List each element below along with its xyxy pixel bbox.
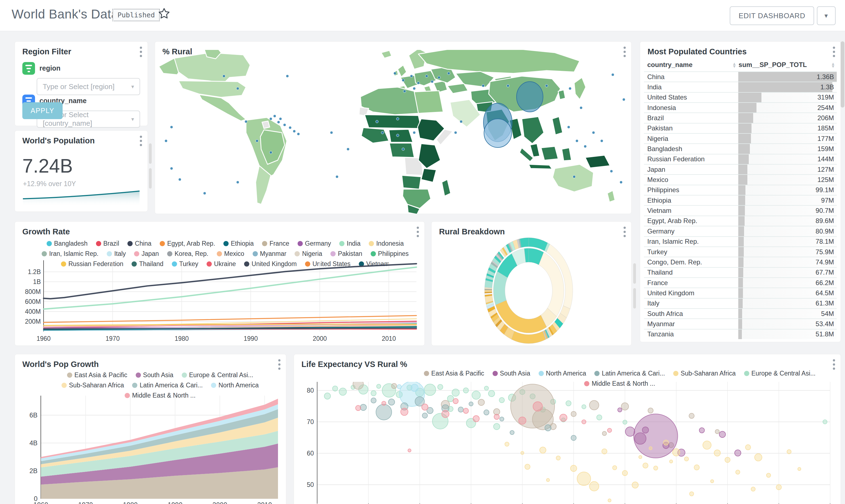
edit-dashboard-button[interactable]: EDIT DASHBOARD	[730, 6, 814, 25]
table-row[interactable]: Turkey75.9M	[644, 247, 837, 257]
chevron-down-icon: ▾	[131, 116, 134, 122]
svg-text:2000: 2000	[212, 501, 227, 504]
legend-item[interactable]: South Asia	[136, 372, 174, 379]
column-header-country[interactable]: country_name▲▼	[644, 61, 736, 69]
rural-breakdown-card: Rural Breakdown	[431, 221, 632, 346]
kebab-menu-icon[interactable]	[278, 359, 281, 370]
table-row[interactable]: Bangladesh159M	[644, 143, 837, 154]
kebab-menu-icon[interactable]	[140, 136, 142, 146]
legend-item[interactable]: North America	[211, 382, 259, 389]
table-row[interactable]: Thailand67.7M	[644, 267, 837, 277]
legend-item[interactable]: Bangladesh	[47, 240, 88, 247]
filter-field-region: region Type or Select [region]▾	[22, 62, 140, 94]
legend-item[interactable]: Germany	[298, 240, 331, 247]
legend-item[interactable]: Mexico	[217, 250, 244, 257]
table-row[interactable]: Russian Federation144M	[644, 154, 837, 164]
table-row[interactable]: South Africa54M	[644, 308, 837, 319]
worlds-population-card: World's Population 7.24B +12.9% over 10Y	[15, 130, 148, 212]
svg-text:1960: 1960	[33, 501, 48, 504]
legend-item[interactable]: Philippines	[371, 250, 409, 257]
card-title: World's Pop Growth	[22, 360, 99, 369]
table-row[interactable]: Tanzania51.8M	[644, 329, 837, 339]
table-row[interactable]: Indonesia254M	[644, 102, 837, 112]
kebab-menu-icon[interactable]	[140, 47, 142, 57]
legend-item[interactable]: Sub-Saharan Africa	[673, 370, 736, 377]
growth-line-chart[interactable]: 196019701980199020002010200M400M600M800M…	[21, 259, 419, 345]
table-row[interactable]: Pakistan185M	[644, 123, 837, 133]
published-badge[interactable]: Published	[112, 9, 160, 21]
legend-item[interactable]: Sub-Saharan Africa	[61, 382, 124, 389]
pane-resize-handle[interactable]	[633, 263, 636, 284]
region-select[interactable]: Type or Select [region]▾	[37, 78, 140, 95]
legend-item[interactable]: East Asia & Pacific	[424, 370, 484, 377]
rural-map-card: % Rural	[155, 41, 632, 214]
sort-icon[interactable]: ▲▼	[831, 62, 835, 68]
table-row[interactable]: Congo, Dem. Rep.74.9M	[644, 257, 837, 267]
legend-item[interactable]: Europe & Central Asi...	[182, 372, 253, 379]
svg-text:2010: 2010	[382, 335, 396, 342]
legend-item[interactable]: Latin America & Cari...	[132, 382, 203, 389]
table-row[interactable]: Nigeria177M	[644, 133, 837, 143]
table-row[interactable]: Ethiopia97M	[644, 195, 837, 205]
kebab-menu-icon[interactable]	[833, 47, 835, 57]
table-row[interactable]: Egypt, Arab Rep.89.6M	[644, 216, 837, 226]
legend-item[interactable]: Egypt, Arab Rep.	[160, 240, 215, 247]
most-populated-card: Most Populated Countries country_name▲▼ …	[640, 41, 841, 342]
table-row[interactable]: United Kingdom64.5M	[644, 288, 837, 298]
svg-text:400M: 400M	[25, 308, 41, 315]
table-row[interactable]: Mexico125M	[644, 174, 837, 184]
kebab-menu-icon[interactable]	[833, 359, 835, 370]
table-row[interactable]: Vietnam90.7M	[644, 205, 837, 215]
column-header-sum[interactable]: sum__SP_POP_TOTL▲▼	[736, 61, 837, 69]
legend-item[interactable]: South Asia	[492, 370, 530, 377]
svg-text:70: 70	[307, 418, 314, 426]
svg-text:60: 60	[307, 450, 314, 457]
table-row[interactable]: Japan127M	[644, 164, 837, 174]
pane-resize-handle[interactable]	[633, 288, 636, 308]
legend-item[interactable]: Ethiopia	[223, 240, 254, 247]
table-row[interactable]: Philippines99.1M	[644, 185, 837, 195]
legend-item[interactable]: Korea, Rep.	[167, 250, 209, 257]
table-row[interactable]: Myanmar53.4M	[644, 319, 837, 329]
pop-growth-card: World's Pop Growth East Asia & PacificSo…	[15, 354, 286, 504]
life-scatter-chart[interactable]: 506070800102030405060708090100	[301, 382, 834, 504]
legend-item[interactable]: Japan	[134, 250, 159, 257]
legend-item[interactable]: Pakistan	[330, 250, 362, 257]
sort-icon[interactable]: ▲▼	[732, 62, 736, 68]
page-scrollbar[interactable]	[841, 41, 844, 108]
chevron-down-icon: ▾	[825, 12, 828, 20]
table-row[interactable]: United States319M	[644, 92, 837, 102]
legend-item[interactable]: China	[127, 240, 151, 247]
favorite-star-icon[interactable]	[158, 7, 170, 20]
legend-item[interactable]: Brazil	[96, 240, 120, 247]
legend-item[interactable]: France	[262, 240, 289, 247]
rural-sunburst-chart[interactable]	[432, 222, 632, 346]
legend-item[interactable]: Europe & Central Asi...	[744, 370, 816, 377]
legend-item[interactable]: Nigeria	[294, 250, 322, 257]
legend-item[interactable]: East Asia & Pacific	[67, 372, 127, 379]
legend-item[interactable]: Indonesia	[369, 240, 404, 247]
table-row[interactable]: France66.2M	[644, 277, 837, 288]
table-row[interactable]: Italy61.3M	[644, 298, 837, 308]
kebab-menu-icon[interactable]	[417, 227, 419, 237]
pane-resize-handle[interactable]	[149, 143, 152, 164]
page-title: World Bank's Data	[12, 6, 118, 21]
population-sparkline	[22, 187, 140, 206]
table-row[interactable]: Iran, Islamic Rep.78.1M	[644, 236, 837, 247]
world-choropleth-map[interactable]	[155, 50, 632, 214]
legend-item[interactable]: Myanmar	[253, 250, 287, 257]
pop-growth-area-chart[interactable]: 02B4B6B196019701980199020002010	[21, 393, 280, 504]
table-row[interactable]: Germany80.9M	[644, 226, 837, 236]
pane-resize-handle[interactable]	[149, 168, 152, 188]
header-more-button[interactable]: ▾	[817, 6, 835, 25]
legend-item[interactable]: India	[339, 240, 360, 247]
table-row[interactable]: Brazil206M	[644, 112, 837, 123]
legend-item[interactable]: Iran, Islamic Rep.	[42, 250, 98, 257]
legend-item[interactable]: Latin America & Cari...	[594, 370, 665, 377]
table-row[interactable]: India1.3B	[644, 82, 837, 92]
apply-button[interactable]: APPLY	[22, 102, 62, 119]
svg-text:1990: 1990	[244, 335, 258, 342]
legend-item[interactable]: Italy	[107, 250, 126, 257]
legend-item[interactable]: North America	[539, 370, 586, 377]
table-row[interactable]: China1.36B	[644, 71, 837, 82]
